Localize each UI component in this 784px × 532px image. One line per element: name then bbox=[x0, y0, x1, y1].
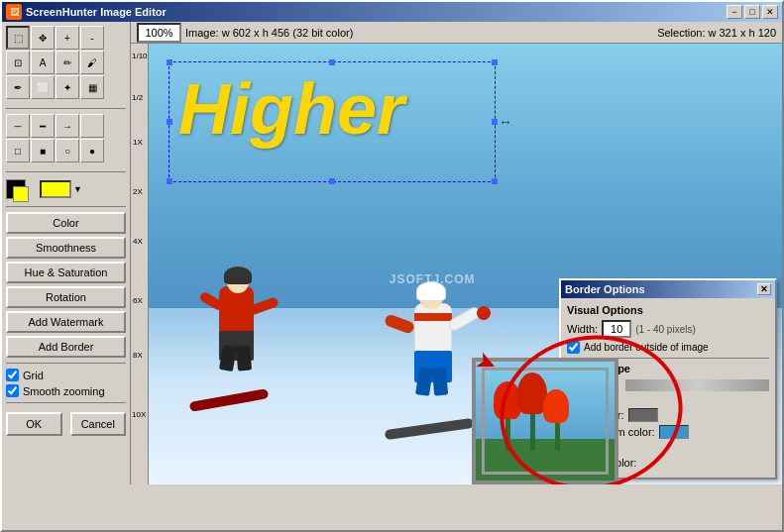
grid-label: Grid bbox=[23, 370, 44, 381]
zoom-out-tool[interactable]: - bbox=[80, 26, 104, 50]
ok-button[interactable]: OK bbox=[6, 412, 62, 436]
maximize-button[interactable]: □ bbox=[744, 5, 760, 19]
width-range: (1 - 40 pixels) bbox=[635, 324, 696, 335]
canvas-toolbar: Image: w 602 x h 456 (32 bit color) Sele… bbox=[131, 22, 782, 44]
line-tool[interactable]: ─ bbox=[6, 114, 30, 138]
line-thick-tool[interactable]: ━ bbox=[31, 114, 55, 138]
width-row: Width: (1 - 40 pixels) bbox=[567, 320, 769, 338]
add-border-checkbox[interactable] bbox=[567, 341, 580, 354]
dialog-title-bar: Border Options ✕ bbox=[561, 280, 775, 298]
canvas-area[interactable]: Image: w 602 x h 456 (32 bit color) Sele… bbox=[131, 22, 782, 484]
title-bar: 🖼 ScreenHunter Image Editor − □ ✕ bbox=[2, 2, 782, 22]
dialog-close-button[interactable]: ✕ bbox=[757, 283, 771, 295]
add-border-row: Add border outside of image bbox=[567, 341, 769, 354]
zoom-in-tool[interactable]: + bbox=[56, 26, 79, 50]
pencil-tool[interactable]: ✏ bbox=[56, 51, 79, 74]
filled-ellipse-tool[interactable]: ● bbox=[80, 139, 104, 162]
width-input[interactable] bbox=[602, 320, 631, 338]
shape-grid: ─ ━ → □ ■ ○ ● bbox=[6, 114, 126, 162]
handle-tr[interactable] bbox=[492, 59, 498, 65]
title-buttons: − □ ✕ bbox=[727, 5, 778, 19]
handle-mr[interactable] bbox=[492, 119, 498, 125]
foreground-color-swatch[interactable] bbox=[6, 179, 26, 199]
add-border-label: Add border outside of image bbox=[584, 342, 709, 353]
handle-tm[interactable] bbox=[329, 59, 335, 65]
app-icon: 🖼 bbox=[6, 4, 22, 20]
cancel-button[interactable]: Cancel bbox=[70, 412, 127, 436]
visual-options-section: Visual Options bbox=[567, 304, 769, 316]
add-watermark-button[interactable]: Add Watermark bbox=[6, 311, 126, 333]
text-tool[interactable]: A bbox=[31, 51, 55, 74]
resize-cursor: ↔ bbox=[499, 114, 512, 130]
ok-cancel-row: OK Cancel bbox=[6, 412, 126, 436]
scale-mark-5: 4X bbox=[133, 237, 143, 246]
scale-mark-1: 1/10 bbox=[132, 52, 148, 60]
window-title: ScreenHunter Image Editor bbox=[26, 6, 167, 18]
scale-mark-6: 6X bbox=[133, 296, 143, 305]
preview-container bbox=[472, 358, 618, 484]
dialog-title-text: Border Options bbox=[565, 283, 645, 295]
smooth-zooming-label: Smooth zooming bbox=[23, 385, 105, 397]
color-row: ▼ bbox=[6, 179, 126, 199]
crop-tool[interactable]: ⊡ bbox=[6, 51, 30, 74]
smooth-zooming-checkbox[interactable] bbox=[6, 384, 19, 397]
scale-mark-4: 2X bbox=[133, 187, 143, 196]
width-label: Width: bbox=[567, 323, 598, 335]
divider-2 bbox=[6, 171, 126, 172]
smooth-zoom-checkbox-row: Smooth zooming bbox=[6, 384, 126, 397]
from-color-swatch[interactable] bbox=[659, 425, 689, 439]
handle-ml[interactable] bbox=[167, 119, 172, 125]
handle-bl[interactable] bbox=[167, 178, 172, 184]
current-color-display[interactable] bbox=[40, 180, 71, 198]
add-border-button[interactable]: Add Border bbox=[6, 336, 126, 358]
smoothness-button[interactable]: Smoothness bbox=[6, 237, 126, 259]
move-tool[interactable]: ✥ bbox=[31, 26, 55, 50]
fill-tool[interactable]: ▦ bbox=[80, 75, 104, 99]
main-window: 🖼 ScreenHunter Image Editor − □ ✕ ⬚ ✥ + … bbox=[0, 0, 784, 532]
scale-mark-8: 10X bbox=[132, 410, 146, 419]
color-dropdown-arrow[interactable]: ▼ bbox=[73, 184, 82, 194]
handle-tl[interactable] bbox=[167, 59, 172, 65]
select-tool[interactable]: ⬚ bbox=[6, 26, 30, 50]
magic-wand-tool[interactable]: ✦ bbox=[56, 75, 79, 99]
title-bar-left: 🖼 ScreenHunter Image Editor bbox=[6, 4, 167, 20]
rect-tool[interactable]: □ bbox=[6, 139, 30, 162]
eraser-tool[interactable]: ⬜ bbox=[31, 75, 55, 99]
dropper-tool[interactable]: ✒ bbox=[6, 75, 30, 99]
main-layout: ⬚ ✥ + - ⊡ A ✏ 🖌 ✒ ⬜ ✦ ▦ ─ ━ bbox=[2, 22, 782, 484]
divider-4 bbox=[6, 363, 126, 364]
empty-tool bbox=[80, 114, 104, 138]
selection-box: ↔ bbox=[168, 61, 496, 182]
background-color-swatch[interactable] bbox=[13, 186, 29, 202]
handle-bm[interactable] bbox=[329, 178, 335, 184]
brush-tool[interactable]: 🖌 bbox=[80, 51, 104, 74]
snowboarder-1 bbox=[199, 266, 298, 405]
to-color-swatch[interactable] bbox=[628, 408, 658, 422]
selection-info: Selection: w 321 x h 120 bbox=[657, 27, 776, 39]
hue-saturation-button[interactable]: Hue & Saturation bbox=[6, 262, 126, 283]
color-button[interactable]: Color bbox=[6, 212, 126, 234]
close-button[interactable]: ✕ bbox=[762, 5, 778, 19]
ellipse-tool[interactable]: ○ bbox=[56, 139, 79, 162]
scale-mark-7: 8X bbox=[133, 351, 143, 360]
image-canvas: Higher JSOFTJ.COM bbox=[149, 44, 782, 484]
scale-bar: 1/10 1/2 1X 2X 4X 6X 8X 10X bbox=[131, 44, 149, 484]
divider-3 bbox=[6, 206, 126, 207]
zoom-input[interactable] bbox=[137, 23, 181, 43]
image-info: Image: w 602 x h 456 (32 bit color) bbox=[185, 27, 353, 39]
divider-1 bbox=[6, 108, 126, 109]
tools-panel: ⬚ ✥ + - ⊡ A ✏ 🖌 ✒ ⬜ ✦ ▦ ─ ━ bbox=[2, 22, 131, 484]
scale-mark-2: 1/2 bbox=[132, 93, 143, 102]
rotation-button[interactable]: Rotation bbox=[6, 286, 126, 308]
scale-mark-3: 1X bbox=[133, 138, 143, 147]
preview-image bbox=[472, 358, 618, 484]
image-background: Higher JSOFTJ.COM bbox=[149, 44, 782, 484]
grid-checkbox[interactable] bbox=[6, 369, 19, 381]
tool-grid: ⬚ ✥ + - ⊡ A ✏ 🖌 ✒ ⬜ ✦ ▦ bbox=[6, 26, 126, 99]
minimize-button[interactable]: − bbox=[727, 5, 742, 19]
divider-5 bbox=[6, 402, 126, 403]
simple-preview bbox=[625, 379, 769, 391]
arrow-tool[interactable]: → bbox=[56, 114, 79, 138]
filled-rect-tool[interactable]: ■ bbox=[31, 139, 55, 162]
handle-br[interactable] bbox=[492, 178, 498, 184]
